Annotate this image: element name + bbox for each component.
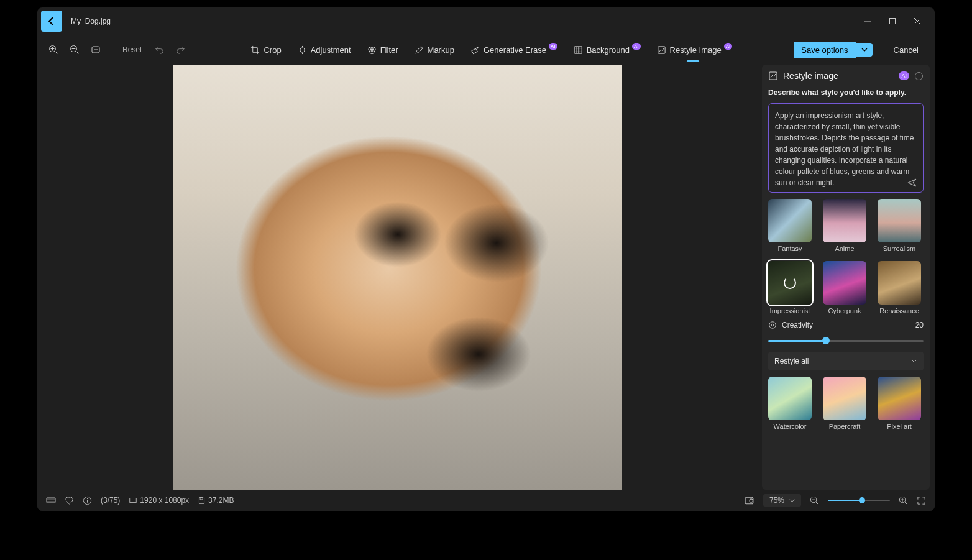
style-thumb <box>878 377 921 420</box>
style-label: Impressionist <box>770 307 810 314</box>
style-thumb <box>823 377 866 420</box>
style-label: Watercolor <box>774 423 807 430</box>
status-bar: (3/75) 1920 x 1080px 37.2MB 75% <box>37 490 935 511</box>
restyle-image-tool[interactable]: Restyle Image AI <box>656 42 734 58</box>
markup-tool[interactable]: Markup <box>413 42 456 58</box>
undo-icon <box>155 45 164 55</box>
restyle-icon <box>657 45 666 55</box>
ai-badge: AI <box>632 43 641 50</box>
style-papercraft[interactable]: Papercraft <box>823 377 866 430</box>
style-label: Cyberpunk <box>828 307 861 314</box>
style-thumb <box>768 261 812 305</box>
close-icon <box>914 18 920 24</box>
filesize-info: 37.2MB <box>198 496 234 505</box>
dimensions-info: 1920 x 1080px <box>129 496 189 505</box>
generative-erase-tool[interactable]: Generative Erase AI <box>469 42 559 58</box>
prompt-text: Apply an impressionism art style, charac… <box>775 110 917 188</box>
zoom-out-icon <box>810 496 819 505</box>
zoom-dropdown[interactable]: 75% <box>763 494 801 507</box>
minimize-button[interactable] <box>855 11 880 31</box>
info-button[interactable] <box>914 71 924 81</box>
restyle-panel: Restyle image AI Describe what style you… <box>762 65 930 490</box>
style-impressionist[interactable]: Impressionist <box>768 261 812 314</box>
style-watercolor[interactable]: Watercolor <box>768 377 812 430</box>
save-options-button[interactable]: Save options <box>794 42 855 58</box>
cancel-button[interactable]: Cancel <box>885 42 927 58</box>
svg-rect-15 <box>47 498 55 503</box>
back-button[interactable] <box>41 11 62 32</box>
style-grid-2: Watercolor Papercraft Pixel art <box>768 377 924 430</box>
fit-view-button[interactable] <box>87 41 104 58</box>
loading-overlay <box>768 261 812 305</box>
undo-button[interactable] <box>150 41 168 58</box>
style-fantasy[interactable]: Fantasy <box>768 199 812 252</box>
style-anime[interactable]: Anime <box>823 199 866 252</box>
arrow-left-icon <box>47 16 57 26</box>
style-pixel-art[interactable]: Pixel art <box>878 377 921 430</box>
style-cyberpunk[interactable]: Cyberpunk <box>823 261 866 314</box>
style-label: Renaissance <box>879 307 919 314</box>
creativity-value: 20 <box>915 321 924 329</box>
heart-icon <box>65 496 74 505</box>
creativity-icon <box>768 321 777 329</box>
info-button[interactable] <box>83 496 92 505</box>
creativity-slider[interactable] <box>768 336 924 346</box>
chevron-down-icon <box>911 358 917 364</box>
redo-button[interactable] <box>172 41 189 58</box>
style-thumb <box>878 261 921 305</box>
reset-button[interactable]: Reset <box>117 43 147 57</box>
zoom-out-button-status[interactable] <box>810 496 819 505</box>
style-grid-1: Fantasy Anime Surrealism Impres <box>768 199 924 314</box>
maximize-button[interactable] <box>880 11 905 31</box>
zoom-in-button-status[interactable] <box>899 496 908 505</box>
prompt-textarea[interactable]: Apply an impressionism art style, charac… <box>768 103 924 193</box>
spinner-icon <box>784 277 796 289</box>
top-toolbar: Reset Crop Adjustment Filter Markup <box>37 35 935 65</box>
svg-point-20 <box>750 498 753 502</box>
content-row: Restyle image AI Describe what style you… <box>37 65 935 490</box>
crop-tool-label: Crop <box>264 45 281 55</box>
restyle-all-label: Restyle all <box>774 357 809 365</box>
zoom-out-button[interactable] <box>66 41 83 58</box>
style-thumb <box>768 377 812 420</box>
save-options-dropdown[interactable] <box>856 43 873 57</box>
filter-tool[interactable]: Filter <box>366 42 400 58</box>
style-renaissance[interactable]: Renaissance <box>878 261 921 314</box>
crop-icon <box>250 45 260 55</box>
adjustment-tool[interactable]: Adjustment <box>296 42 352 58</box>
favorite-button[interactable] <box>65 496 74 505</box>
zoom-slider[interactable] <box>828 497 890 504</box>
crop-tool[interactable]: Crop <box>249 42 282 58</box>
creativity-label: Creativity <box>782 321 910 329</box>
chevron-down-icon <box>789 498 795 503</box>
main-image[interactable] <box>173 65 622 490</box>
info-icon <box>914 71 924 81</box>
zoom-in-icon <box>48 45 58 55</box>
filter-icon <box>367 45 377 55</box>
style-thumb <box>823 261 866 305</box>
compare-button[interactable] <box>744 495 754 506</box>
style-thumb <box>768 199 812 242</box>
restyle-all-dropdown[interactable]: Restyle all <box>768 352 924 370</box>
ai-badge: AI <box>899 71 909 80</box>
panel-title: Restyle image <box>783 71 894 81</box>
fullscreen-button[interactable] <box>917 496 926 505</box>
maximize-icon <box>889 18 896 24</box>
disk-icon <box>198 497 206 505</box>
background-tool[interactable]: Background AI <box>572 42 642 58</box>
svg-rect-18 <box>200 497 203 499</box>
zoom-out-icon <box>70 45 80 55</box>
svg-rect-17 <box>130 498 137 503</box>
filmstrip-button[interactable] <box>46 495 56 505</box>
ai-badge: AI <box>724 43 733 50</box>
close-button[interactable] <box>905 11 930 31</box>
restyle-icon <box>768 71 778 81</box>
compare-icon <box>744 495 754 506</box>
style-label: Anime <box>835 245 854 252</box>
app-window: My_Dog.jpg Reset <box>37 7 935 511</box>
send-prompt-button[interactable] <box>907 177 918 188</box>
svg-rect-8 <box>472 48 477 54</box>
style-surrealism[interactable]: Surrealism <box>878 199 921 252</box>
fullscreen-icon <box>917 496 926 505</box>
zoom-in-button[interactable] <box>45 41 62 58</box>
